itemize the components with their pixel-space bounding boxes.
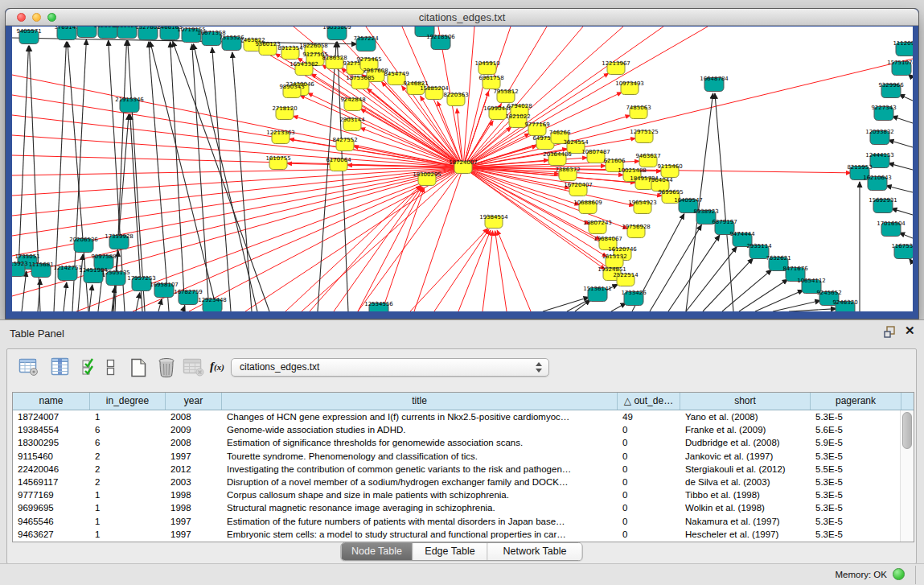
table-row[interactable]: 1872400712008Changes of HCN gene express… [13, 410, 901, 423]
graph-node-label: 9329966 [878, 82, 904, 89]
table-cell: 1 [90, 515, 166, 528]
graph-node-label: 12975125 [630, 129, 659, 135]
table-cell: 14569117 [13, 476, 90, 488]
table-cell: 1997 [166, 528, 222, 541]
table-cell: de Silva et al. (2003) [680, 476, 811, 488]
graph-node-label: 16648784 [700, 76, 729, 82]
graph-node-label: 746266 [549, 130, 571, 136]
graph-node-label: 16720407 [564, 182, 593, 188]
graph-node-label: 19218506 [426, 34, 455, 40]
column-header-in_degree[interactable]: in_degree [90, 393, 166, 410]
table-row[interactable]: 2242004622012Investigating the contribut… [13, 463, 901, 476]
column-header-out_de[interactable]: △ out_de… [618, 393, 680, 410]
graph-node-label: 2718120 [272, 105, 297, 112]
tab-node-table[interactable]: Node Table [342, 543, 413, 560]
column-header-title[interactable]: title [222, 393, 618, 410]
graph-node-label: 19654923 [628, 200, 657, 206]
show-columns-icon[interactable] [50, 357, 71, 377]
graph-node-label: 8813054 [412, 27, 437, 27]
citation-edge-black [611, 303, 626, 311]
table-selector-value: citations_edges.txt [240, 361, 319, 373]
table-cell: Estimation of significance thresholds fo… [222, 436, 618, 449]
table-cell: Hescheler et al. (1997) [680, 528, 811, 541]
graph-node-label: 8938923 [693, 208, 718, 215]
table-cell: 22420046 [13, 463, 90, 476]
column-header-short[interactable]: short [680, 393, 811, 410]
table-cell: 1998 [166, 501, 222, 514]
citation-edge-black [170, 42, 185, 311]
table-cell: Nakamura et al. (1997) [680, 515, 811, 528]
memory-status-label: Memory: OK [835, 570, 887, 579]
graph-node-label: 1615132 [602, 253, 626, 260]
table-row[interactable]: 969969511998Structural magnetic resonanc… [13, 501, 901, 514]
table-body: 1872400712008Changes of HCN gene express… [13, 410, 901, 541]
citation-edge-black [739, 279, 788, 311]
select-all-icon[interactable] [81, 357, 99, 377]
citation-edge-black [899, 94, 913, 101]
table-cell: 6 [90, 436, 166, 449]
status-divider [915, 566, 916, 584]
table-cell: 1 [90, 528, 166, 541]
table-selector-dropdown[interactable]: citations_edges.txt [231, 358, 549, 377]
delete-column-icon[interactable] [156, 357, 177, 378]
graph-node-label: 15751074 [887, 60, 913, 66]
new-column-icon[interactable] [128, 357, 149, 378]
table-row[interactable]: 1830029562008Estimation of significance … [13, 436, 901, 449]
table-row[interactable]: 977716911998Corpus callosum shape and si… [13, 488, 901, 501]
tab-edge-table[interactable]: Edge Table [413, 543, 488, 560]
column-header-pagerank[interactable]: pagerank [811, 393, 901, 410]
graph-node-label: 17359928 [105, 233, 133, 240]
close-panel-icon[interactable]: ✕ [905, 323, 915, 338]
memory-status-icon[interactable] [893, 568, 905, 580]
network-canvas[interactable]: 1872400774638229560123891235418226058912… [12, 27, 913, 311]
citation-edge-black [543, 297, 589, 311]
citation-edge-red [310, 186, 421, 311]
delete-table-icon[interactable] [183, 357, 205, 377]
citation-edge-black [910, 259, 913, 263]
network-view[interactable]: 1872400774638229560123891235418226058912… [12, 27, 913, 311]
table-cell: 9777169 [13, 488, 90, 501]
table-settings-icon[interactable] [18, 357, 39, 377]
table-cell: 5.3E-5 [811, 450, 901, 463]
table-row[interactable]: 1938455462009Genome-wide association stu… [13, 423, 901, 436]
citation-edge-black [18, 46, 29, 268]
graph-node-label: 12534556 [364, 301, 393, 307]
column-header-name[interactable]: name [13, 393, 90, 410]
float-panel-icon[interactable] [884, 326, 897, 338]
table-row[interactable]: 946554611997Estimation of the future num… [13, 515, 901, 528]
table-cell: Stergiakouli et al. (2012) [680, 463, 811, 476]
tab-network-table[interactable]: Network Table [488, 543, 582, 560]
graph-node-label: 1167533 [891, 243, 913, 249]
window-title: citations_edges.txt [6, 11, 918, 23]
function-builder-icon[interactable]: f(x) [210, 360, 224, 373]
graph-node-label: 15136141 [583, 286, 612, 292]
table-cell: Disruption of a novel member of a sodium… [222, 476, 618, 488]
graph-node-label: 18753685 [346, 75, 375, 81]
status-bar: Memory: OK [0, 563, 924, 585]
dropdown-stepper-icon [536, 362, 543, 373]
table-cell: Structural magnetic resonance image aver… [222, 501, 618, 514]
table-row[interactable]: 911546021997Tourette syndrome. Phenomeno… [13, 450, 901, 463]
table-cell: 49 [618, 410, 680, 423]
graph-node-label: 10688609 [573, 200, 602, 206]
table-cell: 2008 [166, 436, 222, 449]
table-row[interactable]: 946362711997Embryonic stem cells: a mode… [13, 528, 901, 541]
citation-edge-red [463, 167, 569, 188]
graph-node-label: 19756928 [622, 224, 651, 230]
network-window: citations_edges.txt 18724007746382295601… [5, 8, 919, 319]
table-row[interactable]: 1456911722003Disruption of a novel membe… [13, 476, 901, 488]
citation-edge-black [889, 140, 913, 147]
window-titlebar[interactable]: citations_edges.txt [6, 9, 918, 26]
citation-edge-black [22, 271, 27, 311]
citation-edge-black [150, 42, 217, 311]
graph-node-label: 10025488 [618, 167, 647, 174]
graph-node-label: 15692931 [869, 197, 897, 204]
graph-node-label: 17016504 [877, 220, 906, 227]
table-cell: 2 [90, 476, 166, 488]
scrollbar-thumb[interactable] [902, 412, 912, 449]
vertical-scrollbar[interactable] [900, 410, 914, 542]
table-cell: 0 [618, 528, 680, 541]
citation-edge-black [149, 42, 169, 311]
unselect-all-icon[interactable] [105, 357, 117, 377]
column-header-year[interactable]: year [166, 393, 222, 410]
